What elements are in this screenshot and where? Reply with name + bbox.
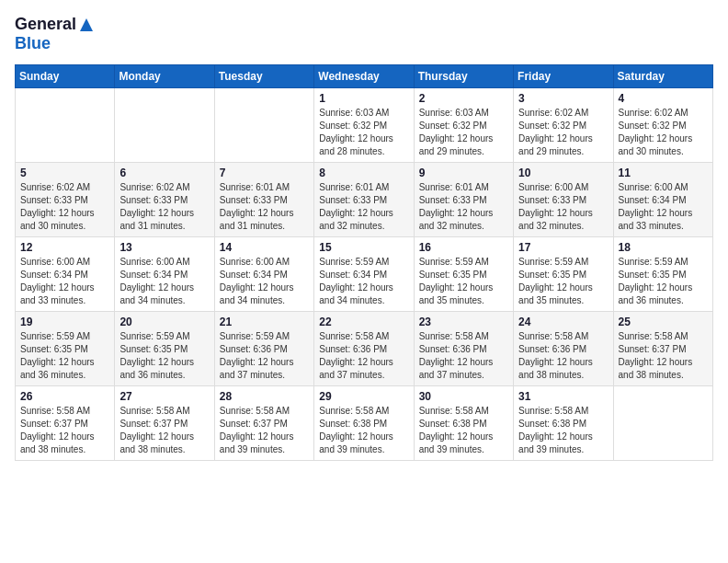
day-info-text: Sunrise: 6:00 AM Sunset: 6:34 PM Dayligh… bbox=[20, 256, 109, 307]
day-number: 27 bbox=[119, 390, 209, 403]
calendar-cell: 11Sunrise: 6:00 AM Sunset: 6:34 PM Dayli… bbox=[613, 163, 712, 237]
calendar-cell: 7Sunrise: 6:01 AM Sunset: 6:33 PM Daylig… bbox=[214, 163, 313, 237]
calendar-week-row: 12Sunrise: 6:00 AM Sunset: 6:34 PM Dayli… bbox=[16, 237, 713, 312]
calendar-cell bbox=[115, 88, 214, 163]
day-number: 6 bbox=[119, 167, 209, 179]
day-number: 30 bbox=[419, 390, 508, 403]
calendar-cell: 20Sunrise: 5:59 AM Sunset: 6:35 PM Dayli… bbox=[115, 312, 214, 386]
day-number: 17 bbox=[518, 241, 608, 254]
day-info-text: Sunrise: 6:03 AM Sunset: 6:32 PM Dayligh… bbox=[419, 107, 508, 158]
day-of-week-header: Thursday bbox=[414, 65, 513, 88]
day-info-text: Sunrise: 5:58 AM Sunset: 6:37 PM Dayligh… bbox=[20, 405, 109, 456]
day-number: 25 bbox=[619, 316, 708, 328]
day-number: 29 bbox=[319, 390, 408, 403]
day-number: 9 bbox=[419, 167, 508, 179]
day-number: 15 bbox=[319, 241, 408, 254]
day-number: 12 bbox=[20, 241, 109, 254]
calendar-cell: 22Sunrise: 5:58 AM Sunset: 6:36 PM Dayli… bbox=[314, 312, 414, 386]
day-info-text: Sunrise: 6:01 AM Sunset: 6:33 PM Dayligh… bbox=[419, 181, 508, 233]
calendar-cell: 5Sunrise: 6:02 AM Sunset: 6:33 PM Daylig… bbox=[16, 163, 115, 237]
day-info-text: Sunrise: 6:02 AM Sunset: 6:32 PM Dayligh… bbox=[518, 107, 608, 158]
day-of-week-header: Friday bbox=[514, 65, 613, 88]
calendar-cell: 19Sunrise: 5:59 AM Sunset: 6:35 PM Dayli… bbox=[16, 312, 115, 386]
day-number: 14 bbox=[220, 241, 309, 254]
day-number: 23 bbox=[419, 316, 508, 328]
calendar-cell: 17Sunrise: 5:59 AM Sunset: 6:35 PM Dayli… bbox=[514, 237, 613, 312]
day-of-week-header: Sunday bbox=[16, 65, 115, 88]
day-number: 18 bbox=[619, 241, 708, 254]
day-info-text: Sunrise: 5:58 AM Sunset: 6:36 PM Dayligh… bbox=[319, 330, 408, 382]
calendar-week-row: 19Sunrise: 5:59 AM Sunset: 6:35 PM Dayli… bbox=[16, 312, 713, 386]
day-info-text: Sunrise: 5:59 AM Sunset: 6:35 PM Dayligh… bbox=[119, 330, 209, 382]
day-info-text: Sunrise: 6:00 AM Sunset: 6:34 PM Dayligh… bbox=[119, 256, 209, 307]
calendar-cell: 27Sunrise: 5:58 AM Sunset: 6:37 PM Dayli… bbox=[115, 386, 214, 461]
day-info-text: Sunrise: 6:03 AM Sunset: 6:32 PM Dayligh… bbox=[319, 107, 408, 158]
day-number: 5 bbox=[20, 167, 109, 179]
calendar-cell: 10Sunrise: 6:00 AM Sunset: 6:33 PM Dayli… bbox=[514, 163, 613, 237]
day-info-text: Sunrise: 5:58 AM Sunset: 6:37 PM Dayligh… bbox=[619, 330, 708, 382]
calendar-cell: 28Sunrise: 5:58 AM Sunset: 6:37 PM Dayli… bbox=[214, 386, 313, 461]
calendar-cell: 16Sunrise: 5:59 AM Sunset: 6:35 PM Dayli… bbox=[414, 237, 513, 312]
day-info-text: Sunrise: 5:59 AM Sunset: 6:35 PM Dayligh… bbox=[20, 330, 109, 382]
calendar-cell: 8Sunrise: 6:01 AM Sunset: 6:33 PM Daylig… bbox=[314, 163, 414, 237]
calendar-cell: 1Sunrise: 6:03 AM Sunset: 6:32 PM Daylig… bbox=[314, 88, 414, 163]
day-info-text: Sunrise: 6:00 AM Sunset: 6:34 PM Dayligh… bbox=[619, 181, 708, 233]
day-number: 1 bbox=[319, 92, 408, 105]
calendar-cell: 30Sunrise: 5:58 AM Sunset: 6:38 PM Dayli… bbox=[414, 386, 513, 461]
calendar-cell: 9Sunrise: 6:01 AM Sunset: 6:33 PM Daylig… bbox=[414, 163, 513, 237]
day-info-text: Sunrise: 5:58 AM Sunset: 6:37 PM Dayligh… bbox=[220, 405, 309, 456]
day-of-week-header: Wednesday bbox=[314, 65, 414, 88]
day-info-text: Sunrise: 5:59 AM Sunset: 6:36 PM Dayligh… bbox=[220, 330, 309, 382]
calendar-cell: 12Sunrise: 6:00 AM Sunset: 6:34 PM Dayli… bbox=[16, 237, 115, 312]
day-info-text: Sunrise: 5:59 AM Sunset: 6:35 PM Dayligh… bbox=[619, 256, 708, 307]
day-info-text: Sunrise: 5:59 AM Sunset: 6:34 PM Dayligh… bbox=[319, 256, 408, 307]
logo-triangle-icon bbox=[78, 17, 95, 33]
calendar-week-row: 1Sunrise: 6:03 AM Sunset: 6:32 PM Daylig… bbox=[16, 88, 713, 163]
day-number: 21 bbox=[220, 316, 309, 328]
calendar-week-row: 26Sunrise: 5:58 AM Sunset: 6:37 PM Dayli… bbox=[16, 386, 713, 461]
day-info-text: Sunrise: 5:58 AM Sunset: 6:38 PM Dayligh… bbox=[319, 405, 408, 456]
day-number: 31 bbox=[518, 390, 608, 403]
calendar-cell: 24Sunrise: 5:58 AM Sunset: 6:36 PM Dayli… bbox=[514, 312, 613, 386]
day-number: 3 bbox=[518, 92, 608, 105]
day-info-text: Sunrise: 5:59 AM Sunset: 6:35 PM Dayligh… bbox=[419, 256, 508, 307]
calendar-cell bbox=[16, 88, 115, 163]
calendar-cell: 18Sunrise: 5:59 AM Sunset: 6:35 PM Dayli… bbox=[613, 237, 712, 312]
calendar-cell: 3Sunrise: 6:02 AM Sunset: 6:32 PM Daylig… bbox=[514, 88, 613, 163]
page-header: General Blue bbox=[15, 15, 713, 53]
calendar-week-row: 5Sunrise: 6:02 AM Sunset: 6:33 PM Daylig… bbox=[16, 163, 713, 237]
day-of-week-header: Monday bbox=[115, 65, 214, 88]
day-number: 28 bbox=[220, 390, 309, 403]
day-number: 13 bbox=[119, 241, 209, 254]
calendar-cell: 29Sunrise: 5:58 AM Sunset: 6:38 PM Dayli… bbox=[314, 386, 414, 461]
day-of-week-header: Tuesday bbox=[214, 65, 313, 88]
day-number: 7 bbox=[220, 167, 309, 179]
day-of-week-header: Saturday bbox=[613, 65, 712, 88]
day-info-text: Sunrise: 6:01 AM Sunset: 6:33 PM Dayligh… bbox=[319, 181, 408, 233]
calendar-cell: 2Sunrise: 6:03 AM Sunset: 6:32 PM Daylig… bbox=[414, 88, 513, 163]
day-info-text: Sunrise: 6:02 AM Sunset: 6:32 PM Dayligh… bbox=[619, 107, 708, 158]
day-number: 4 bbox=[619, 92, 708, 105]
calendar-table: SundayMondayTuesdayWednesdayThursdayFrid… bbox=[15, 64, 713, 461]
day-info-text: Sunrise: 5:58 AM Sunset: 6:37 PM Dayligh… bbox=[119, 405, 209, 456]
day-number: 10 bbox=[518, 167, 608, 179]
day-info-text: Sunrise: 6:02 AM Sunset: 6:33 PM Dayligh… bbox=[119, 181, 209, 233]
svg-marker-0 bbox=[80, 18, 93, 31]
day-number: 8 bbox=[319, 167, 408, 179]
calendar-cell: 14Sunrise: 6:00 AM Sunset: 6:34 PM Dayli… bbox=[214, 237, 313, 312]
logo-blue-text: Blue bbox=[15, 34, 51, 52]
calendar-cell bbox=[613, 386, 712, 461]
day-info-text: Sunrise: 5:58 AM Sunset: 6:38 PM Dayligh… bbox=[518, 405, 608, 456]
day-number: 19 bbox=[20, 316, 109, 328]
calendar-cell: 21Sunrise: 5:59 AM Sunset: 6:36 PM Dayli… bbox=[214, 312, 313, 386]
day-number: 24 bbox=[518, 316, 608, 328]
calendar-cell: 13Sunrise: 6:00 AM Sunset: 6:34 PM Dayli… bbox=[115, 237, 214, 312]
calendar-cell: 31Sunrise: 5:58 AM Sunset: 6:38 PM Dayli… bbox=[514, 386, 613, 461]
day-info-text: Sunrise: 6:00 AM Sunset: 6:34 PM Dayligh… bbox=[220, 256, 309, 307]
day-number: 22 bbox=[319, 316, 408, 328]
logo-general-text: General bbox=[15, 15, 76, 34]
day-number: 16 bbox=[419, 241, 508, 254]
calendar-cell: 15Sunrise: 5:59 AM Sunset: 6:34 PM Dayli… bbox=[314, 237, 414, 312]
day-info-text: Sunrise: 5:58 AM Sunset: 6:36 PM Dayligh… bbox=[419, 330, 508, 382]
calendar-cell: 6Sunrise: 6:02 AM Sunset: 6:33 PM Daylig… bbox=[115, 163, 214, 237]
